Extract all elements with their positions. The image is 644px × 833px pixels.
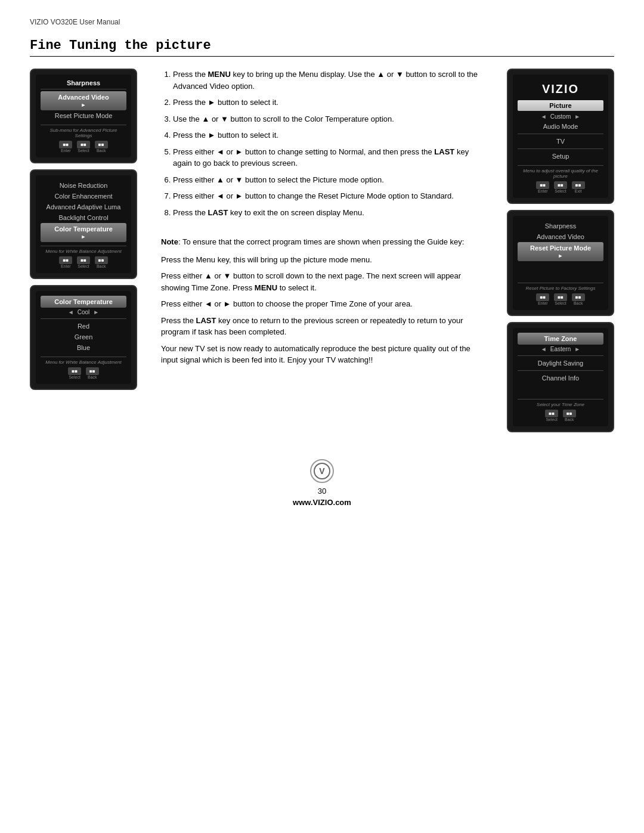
para-4: Press the LAST key once to return to the… [161, 315, 483, 338]
vizio-logo: VIZIO [518, 79, 603, 99]
rselect1-label: Select [555, 189, 566, 193]
rselect1-btn: ■■ [554, 181, 567, 189]
rscreen2-advanced-video: Advanced Video [518, 231, 603, 242]
enter-btn: ■■ [59, 141, 72, 148]
rscreen3-eastern-row: ◄ Eastern ► [518, 345, 603, 354]
rscreen2-footer-note: Reset Picture to Factory Settings [518, 286, 603, 291]
rscreen3-daylight: Daylight Saving [518, 358, 603, 368]
rscreen3-buttons: ■■ Select ■■ Back [518, 410, 603, 422]
screen1-footer: Sub-menu for Advanced Picture Settings ■… [41, 125, 126, 153]
screen3-blue: Blue [41, 342, 126, 353]
rscreen2-buttons: ■■ Enter ■■ Select ■■ Back [518, 293, 603, 305]
right-screen-2: Sharpness Advanced Video Reset Picture M… [507, 210, 614, 316]
btn2-select: ■■ Select [77, 256, 90, 268]
enter-label: Enter [61, 148, 71, 153]
screen3-red: Red [41, 321, 126, 332]
page-footer: V 30 www.VIZIO.com [30, 450, 614, 507]
eastern-right-arrow: ► [574, 346, 580, 352]
para-2: Press either ▲ or ▼ button to scroll dow… [161, 270, 483, 293]
renter1-btn: ■■ [536, 181, 549, 189]
screen3-buttons: ■■ Select ■■ Back [41, 367, 126, 379]
btn-select: ■■ Select [77, 141, 90, 153]
content-area: Sharpness Advanced Video► Reset Picture … [30, 69, 614, 432]
right-screen-3: Time Zone ◄ Eastern ► Daylight Saving Ch… [507, 322, 614, 432]
select2-label: Select [78, 264, 89, 268]
screen3-footer-note: Menu for White Balance Adjustment [41, 360, 126, 365]
rexit1-label: Exit [575, 189, 582, 193]
page-number: 30 [318, 487, 326, 496]
screen1-footer-note: Sub-menu for Advanced Picture Settings [41, 128, 126, 138]
select-label: Select [78, 148, 89, 153]
rscreen2-sharpness: Sharpness [518, 221, 603, 231]
cool-value: Cool [78, 309, 90, 315]
rscreen1-tv: TV [518, 136, 603, 147]
screen1-buttons: ■■ Enter ■■ Select ■■ Back [41, 141, 126, 153]
btn2-back: ■■ Back [95, 256, 108, 268]
back3-label: Back [88, 375, 97, 379]
section-title: Fine Tuning the picture [30, 38, 614, 57]
main-instructions: Press the MENU key to bring up the Menu … [149, 69, 495, 432]
rscreen1-buttons: ■■ Enter ■■ Select ■■ Exit [518, 181, 603, 193]
rbtn1-exit: ■■ Exit [572, 181, 585, 193]
btn3-select: ■■ Select [68, 367, 81, 379]
rselect2-btn: ■■ [554, 293, 567, 301]
steps-list: Press the MENU key to bring up the Menu … [161, 69, 483, 218]
para-5: Your new TV set is now ready to automati… [161, 343, 483, 366]
btn2-enter: ■■ Enter [59, 256, 72, 268]
renter1-label: Enter [538, 189, 548, 193]
rscreen3-footer: Select your Time Zone ■■ Select ■■ Back [518, 399, 603, 422]
renter2-label: Enter [538, 301, 548, 305]
step-4: Press the ► button to select it. [173, 129, 483, 141]
screen1-advanced-video: Advanced Video► [41, 91, 126, 110]
screen2-backlight: Backlight Control [41, 212, 126, 223]
rselect3-btn: ■■ [545, 410, 558, 417]
screen2-footer: Menu for White Balance Adjustment ■■ Ent… [41, 246, 126, 268]
left-screens-column: Sharpness Advanced Video► Reset Picture … [30, 69, 137, 432]
enter2-label: Enter [61, 264, 71, 268]
para-1: Press the Menu key, this will bring up t… [161, 254, 483, 266]
vizio-footer-logo: V [310, 459, 334, 483]
svg-text:V: V [319, 466, 325, 476]
picture-tab: Picture [518, 100, 603, 111]
screen2-noise: Noise Reduction [41, 180, 126, 191]
rexit1-btn: ■■ [572, 181, 585, 189]
rbtn3-back: ■■ Back [563, 410, 576, 422]
rscreen2-footer: Reset Picture to Factory Settings ■■ Ent… [518, 283, 603, 305]
rscreen1-custom-row: ◄ Custom ► [518, 112, 603, 121]
header-brand: VIZIO VO320E User Manual [30, 18, 614, 26]
eastern-value: Eastern [550, 346, 571, 352]
back-btn: ■■ [95, 141, 108, 148]
screen2-footer-note: Menu for White Balance Adjustment [41, 249, 126, 254]
back3-btn: ■■ [86, 367, 99, 375]
screen3-cool-row: ◄ Cool ► [41, 308, 126, 317]
screen3-inner: Color Temperature ◄ Cool ► Red Green Blu… [36, 291, 131, 384]
custom-right-arrow: ► [574, 113, 580, 120]
custom-left-arrow: ◄ [541, 113, 547, 120]
renter2-btn: ■■ [536, 293, 549, 301]
step-8: Press the LAST key to exit the on screen… [173, 207, 483, 219]
left-screen-1: Sharpness Advanced Video► Reset Picture … [30, 69, 137, 163]
rback3-label: Back [565, 417, 574, 422]
rscreen1-setup: Setup [518, 151, 603, 162]
btn-enter: ■■ Enter [59, 141, 72, 153]
back-label: Back [97, 148, 106, 153]
left-screen-3: Color Temperature ◄ Cool ► Red Green Blu… [30, 285, 137, 390]
screen3-color-temp-title: Color Temperature [41, 296, 126, 308]
cool-left-arrow: ◄ [68, 309, 74, 315]
rscreen3-channel-info: Channel Info [518, 373, 603, 383]
screen1-reset-picture: Reset Picture Mode [41, 110, 126, 121]
rscreen3-footer-note: Select your Time Zone [518, 402, 603, 407]
step-1: Press the MENU key to bring up the Menu … [173, 69, 483, 92]
select3-btn: ■■ [68, 367, 81, 375]
step-6: Press either ▲ or ▼ button to select the… [173, 174, 483, 186]
rbtn2-select: ■■ Select [554, 293, 567, 305]
rback3-btn: ■■ [563, 410, 576, 417]
back2-btn: ■■ [95, 256, 108, 264]
rscreen1-inner: VIZIO Picture ◄ Custom ► Audio Mode TV S… [513, 75, 608, 198]
right-screens-column: VIZIO Picture ◄ Custom ► Audio Mode TV S… [507, 69, 614, 432]
rscreen3-inner: Time Zone ◄ Eastern ► Daylight Saving Ch… [513, 328, 608, 426]
btn3-back: ■■ Back [86, 367, 99, 379]
rbtn1-enter: ■■ Enter [536, 181, 549, 193]
rback2-label: Back [574, 301, 583, 305]
eastern-left-arrow: ◄ [541, 346, 547, 352]
